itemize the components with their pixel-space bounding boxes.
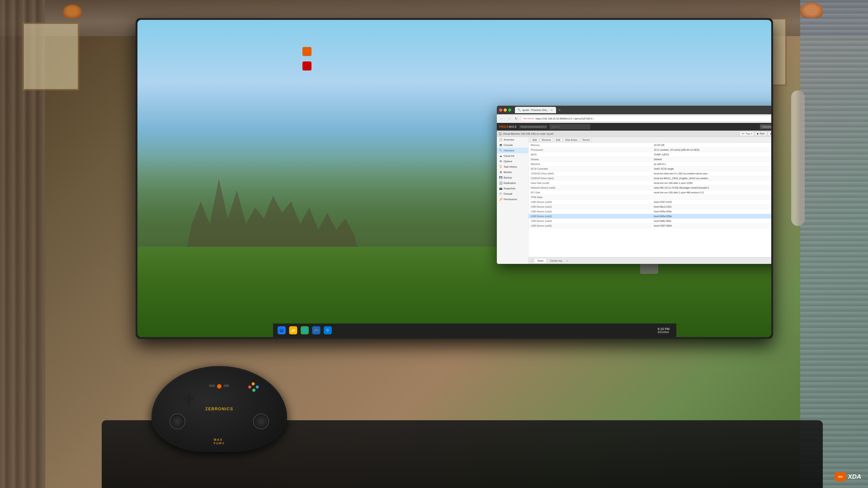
back-btn[interactable]: ← [499,116,504,121]
table-row[interactable]: USB Device (usb4)host=0d8c:000c [528,219,771,223]
snapshots-icon: 📸 [499,187,502,190]
desktop-icon-1[interactable] [273,47,341,57]
disk-action-button[interactable]: Disk Action [563,138,580,142]
table-row[interactable]: EFI Disklocal-lvm:vm-100-disk-2,size=4M,… [528,190,771,195]
table-row[interactable]: DisplayDefault [528,157,771,162]
controller-model: MAX FURY [214,438,225,445]
bird-left-decoration [63,4,81,18]
shutdown-button[interactable]: ⏻ Shutdown [768,132,771,136]
replication-icon: 🔄 [499,182,502,185]
taskbar-icon-1[interactable]: 🗂 [278,326,286,334]
sidebar-label-options: Options [504,160,512,163]
browser-close-btn[interactable] [499,108,502,111]
table-row[interactable]: TPM State [528,195,771,200]
table-row[interactable]: CD/DVD Drive (ide0)local-lso:virtio-win-… [528,171,771,176]
add-button[interactable]: Add [530,138,539,142]
table-row[interactable]: USB Device (usb5)host=2357:0604 [528,223,771,228]
hardware-icon: 🔧 [499,149,502,152]
documentation-button[interactable]: Documentation [760,125,771,129]
table-row[interactable]: Memory24.00 GB [528,143,771,148]
sidebar-item-hardware[interactable]: 🔧 Hardware [497,148,528,153]
edit-button[interactable]: Edit [554,138,562,142]
tasks-tab[interactable]: Tasks [534,258,546,263]
cloud-init-icon: ☁ [499,154,502,158]
browser-maximize-btn[interactable] [508,108,511,111]
button-x[interactable] [256,385,259,389]
table-row[interactable]: Hard Disk (scd0)local-lvm:vm-100-disk-1,… [528,181,771,186]
joystick-left[interactable] [169,414,185,429]
scroll-left-btn[interactable]: ‹ [530,259,533,263]
hw-value-cell: host=045e:028e [652,209,772,214]
browser-active-tab[interactable]: 🔧 ayush - Proxmox Virtu... ✕ [515,107,556,113]
table-row[interactable]: USB Device (usb1)host=0bc2:2322 [528,204,771,209]
sidebar-item-permissions[interactable]: 🔑 Permissions [497,197,528,202]
select-button[interactable]: SELECT [209,384,215,387]
metal-right-panel [800,0,868,488]
home-button[interactable]: ⌂ [217,384,221,389]
sidebar-item-cloud-init[interactable]: ☁ Cloud-Init [497,153,528,159]
table-row[interactable]: CD/DVD Drive (ide2)local-iso:Win11_23H2_… [528,176,771,181]
refresh-btn[interactable]: ↻ [514,116,519,121]
hw-device-cell: Hard Disk (scd0) [528,181,652,186]
browser-minimize-btn[interactable] [504,108,507,111]
sidebar-item-summary[interactable]: 📋 Summary [497,137,528,142]
desktop-icon-2[interactable] [273,61,341,71]
no-tags-dropdown[interactable]: No Tags ▾ [740,131,754,136]
hw-value-cell: 10 (1 sockets, 10 cores) [x86-64-v2-AES] [652,148,772,152]
hw-value-cell: host=0bc2:2322 [652,204,772,209]
backup-icon: 💾 [499,176,502,179]
sidebar-label-firewall: Firewall [504,193,512,195]
controller-brand: ZEBRONICS [205,407,233,412]
sidebar-item-firewall[interactable]: 🛡 Firewall [497,191,528,197]
table-row[interactable]: SCSI ControllerVirtIO SCSI single [528,166,771,171]
table-row[interactable]: BIOSOVMF (UEFI) [528,152,771,157]
sidebar-item-snapshots[interactable]: 📸 Snapshots [497,186,528,191]
proxmox-search-input[interactable] [550,124,590,129]
scroll-right-btn[interactable]: › [565,259,568,263]
cluster-log-tab[interactable]: Cluster log [547,258,565,263]
hw-device-cell: Display [528,157,652,162]
sidebar-item-console[interactable]: 💻 Console [497,142,528,148]
hw-device-cell: SCSI Controller [528,166,652,171]
forward-btn[interactable]: → [506,116,512,121]
address-text: https://192.168.29.32:8006/#v1:0::=qemu%… [535,117,594,120]
table-row[interactable]: Processors10 (1 sockets, 10 cores) [x86-… [528,148,771,152]
button-b[interactable] [248,385,251,389]
game-screen: 🔧 ayush - Proxmox Virtu... ✕ + ← → ↻ Not… [137,20,771,337]
sidebar-item-task-history[interactable]: 📜 Task History [497,164,528,169]
table-row[interactable]: Machinepc-q35-8.1 [528,162,771,166]
hw-value-cell: host=2357:0604 [652,223,772,228]
hw-value-cell: local-lvm:vm-100-disk-1,size=128G [652,181,772,186]
remove-button[interactable]: Remove [540,138,553,142]
button-y[interactable] [252,382,255,385]
table-row[interactable]: USB Device (usb2)host=045e:028e [528,209,771,214]
taskbar-icon-4[interactable]: 🎮 [312,326,320,334]
sidebar-item-replication[interactable]: 🔄 Replication [497,180,528,186]
firewall-icon: 🛡 [499,192,502,195]
options-icon: ⚙ [499,160,502,163]
button-a[interactable] [252,389,255,392]
sidebar-item-options[interactable]: ⚙ Options [497,159,528,164]
start-button-ctrl[interactable]: START [223,384,230,387]
sidebar-item-backup[interactable]: 💾 Backup [497,175,528,180]
taskbar-icon-2[interactable]: 📁 [289,326,297,334]
lamp-cable [791,90,805,226]
joystick-right[interactable] [253,414,269,429]
table-row[interactable]: USB Device (usb3)host=045e:029e [528,214,771,219]
sidebar-item-monitor[interactable]: 🖥 Monitor [497,169,528,175]
address-bar[interactable]: Not secure https://192.168.29.32:8006/#v… [521,116,771,122]
new-tab-btn[interactable]: + [558,108,561,112]
revert-button[interactable]: Revert [581,138,592,142]
table-row[interactable]: Network Device (net0)virtio=BC:24:11:74:… [528,186,771,190]
table-row[interactable]: USB Device (usb0)host=2357:0120 [528,200,771,204]
d-pad[interactable] [183,393,194,404]
proxmox-header-buttons: Documentation Create VM [760,125,771,129]
hw-value-cell: host=045e:029e [652,214,772,219]
sidebar-label-monitor: Monitor [504,171,512,173]
taskbar-icon-5[interactable]: 🔷 [324,326,332,334]
hw-device-cell: USB Device (usb4) [528,219,652,223]
taskbar-icon-3[interactable]: 🌐 [301,326,309,334]
tab-close-btn[interactable]: ✕ [550,108,553,111]
hw-value-cell: VirtIO SCSI single [652,166,772,171]
start-button[interactable]: ▶ Start [755,131,767,136]
